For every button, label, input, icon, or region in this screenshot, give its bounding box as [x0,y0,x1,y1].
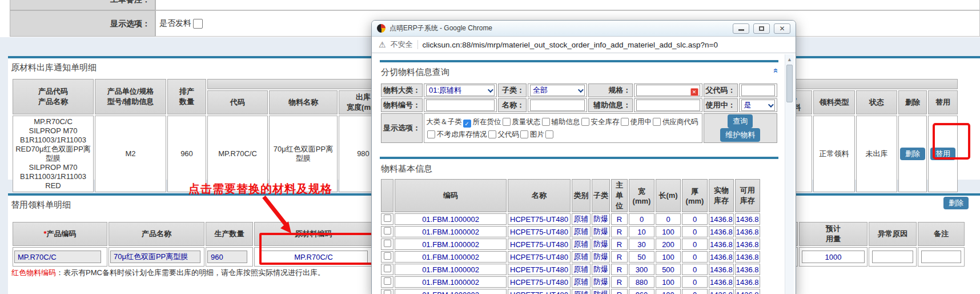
row-checkbox[interactable] [384,227,391,235]
clear-icon[interactable]: ✕ [690,88,698,96]
checkbox-label: 图片 [530,130,544,138]
category-cell: 原辅 [572,213,591,225]
minimize-button[interactable] [733,23,749,34]
scrollbar[interactable]: ▲ [785,54,794,294]
product-name-input[interactable] [110,251,200,263]
status-cell: 未出库 [856,116,897,192]
popup-window: 点晴ERP子系统 - Google Chrome ✕ ⚠ 不安全 clicksu… [371,20,796,294]
physical-stock-cell: 1436.8 [709,226,734,237]
display-option: 安全库存 [591,116,629,128]
table-row[interactable]: 01.FBM.1000002 HCPET75-UT480 原辅 防爆 R 300… [381,264,760,275]
delete-button[interactable]: 删除 [900,148,925,160]
length-cell: 200 [656,239,681,250]
aux-info-input[interactable] [636,100,700,111]
display-option: 辅助信息 [552,116,589,128]
checkbox[interactable] [653,118,661,126]
row-checkbox[interactable] [384,214,391,222]
form-label-remark: 工单备注： [10,0,155,10]
checkbox[interactable] [542,118,550,126]
row-checkbox[interactable] [384,265,391,272]
physical-stock-cell: 1436.8 [709,239,734,250]
col-header-unit: 主 单位 [611,179,628,212]
physical-stock-cell: 1436.8 [709,264,734,275]
material-code-cell: 01.FBM.1000002 [395,251,507,263]
subcategory-cell: 防爆 [592,289,610,294]
row-checkbox[interactable] [384,277,391,285]
row-checkbox[interactable] [384,290,391,294]
category-cell: 原辅 [572,239,591,250]
maximize-button[interactable] [753,23,770,34]
search-button[interactable]: 查询 [728,114,753,128]
col-header-code: 代码 [207,90,268,114]
checkbox[interactable] [621,118,629,126]
checkbox[interactable] [581,118,589,126]
scrollbar-thumb[interactable] [786,65,793,102]
chevron-down-icon [578,87,584,93]
checkbox[interactable] [503,118,511,126]
width-cell: 10 [629,226,654,237]
minimize-icon [738,29,744,31]
form-value-remark [155,0,980,10]
available-stock-cell: 1436.8 [735,276,760,288]
table-row[interactable]: 01.FBM.1000002 HCPET75-UT480 原辅 防爆 R 10 … [381,226,760,237]
material-name-cell: HCPET75-UT480 [508,289,571,294]
checkbox-label: 辅助信息 [552,118,580,126]
col-header-product-code: *产品编码 [13,222,107,246]
row-checkbox[interactable] [384,240,391,247]
send-material-checkbox[interactable] [193,19,203,29]
col-header-substitute: 替用 [928,90,958,114]
material-code-cell: 01.FBM.1000002 [395,226,507,237]
scroll-up-icon[interactable]: ▲ [785,54,794,62]
material-no-input[interactable] [426,100,495,111]
remark-input[interactable] [921,251,961,263]
col-header-code: 编码 [395,179,507,212]
checkbox[interactable] [488,130,496,138]
thickness-cell: 0 [682,239,708,250]
col-header-physical-stock: 实物 库存 [709,179,734,212]
material-code-cell: 01.FBM.1000002 [395,213,507,225]
row-checkbox[interactable] [384,252,391,260]
close-button[interactable]: ✕ [774,23,790,34]
query-panel: 分切物料信息查询 « 物料大类： 01:原辅料 子类： 全部 规格： ✕ [380,60,778,144]
in-use-select[interactable]: 是 [741,100,776,111]
table-row[interactable]: 01.FBM.1000002 HCPET75-UT480 原辅 防爆 R 0 0… [381,213,760,225]
checkbox[interactable] [520,130,528,138]
product-code-input[interactable] [14,251,101,263]
material-code-cell: 01.FBM.1000002 [395,276,507,288]
parent-code-input[interactable] [741,85,776,96]
table-row[interactable]: 01.FBM.1000002 HCPET75-UT480 原辅 防爆 R 50 … [381,251,760,263]
col-header-pick-type: 领料类型 [813,90,855,114]
available-stock-cell: 1436.8 [735,251,760,263]
estimated-usage-input[interactable] [802,251,865,263]
material-code-cell: 01.FBM.1000002 [395,239,507,250]
footnote: 红色物料编码：表示有PMC备料时候计划仓库需要出库的明细，请仓库按照实际情况进行… [11,268,325,278]
col-header-abnormal-reason: 异常原因 [869,222,917,246]
maintain-material-button[interactable]: 维护物料 [720,128,760,142]
width-cell: 960 [629,289,654,294]
popup-titlebar[interactable]: 点晴ERP子系统 - Google Chrome ✕ [372,21,796,37]
material-category-select[interactable]: 01:原辅料 [426,85,495,96]
abnormal-reason-input[interactable] [872,251,913,263]
col-header-qty: 排产 数量 [167,79,206,114]
collapse-icon[interactable]: « [771,68,781,73]
warning-icon: ⚠ [379,40,386,49]
thickness-cell: 0 [682,276,708,288]
annotation-arrow-icon [258,194,304,239]
delete-row-button[interactable]: 删除 [943,197,969,209]
name-input[interactable] [530,100,585,111]
checkbox-label: 使用中 [630,118,652,126]
width-cell: 0 [629,213,654,225]
available-stock-cell: 1436.8 [735,239,760,250]
table-row[interactable]: 01.FBM.1000002 HCPET75-UT480 原辅 防爆 R 30 … [381,239,760,250]
subcategory-select[interactable]: 全部 [530,85,585,96]
checkbox[interactable] [545,130,553,138]
checkbox[interactable] [427,130,435,138]
material-code-cell: MP.R70C/C [207,116,268,192]
table-row[interactable]: 01.FBM.1000002 HCPET75-UT480 原辅 防爆 R 960… [381,289,760,294]
material-name-cell: 70μ红色双面PP离型膜 [269,116,338,192]
col-header-length: 长(m) [656,179,681,212]
checkbox[interactable]: ✓ [463,120,471,128]
prod-qty-input[interactable] [207,251,247,263]
table-row[interactable]: 01.FBM.1000002 HCPET75-UT480 原辅 防爆 R 880… [381,276,760,288]
unit-cell: R [611,226,628,237]
